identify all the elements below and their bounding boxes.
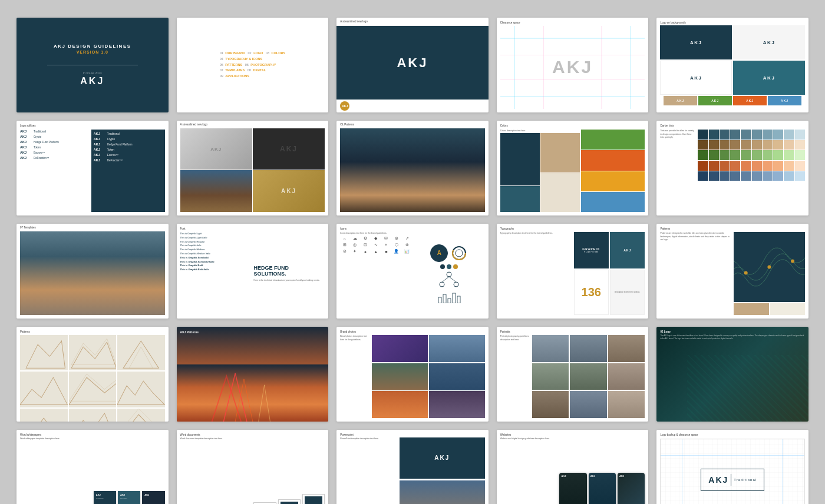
slide-top-bar: A streamlined new logo xyxy=(336,18,489,26)
akj-trad-text: AKJ xyxy=(708,475,728,485)
logo-text: AKJ xyxy=(690,75,702,81)
tint-row-1 xyxy=(698,130,805,140)
bar-chart-icon xyxy=(437,291,461,303)
slide-brand-overview[interactable]: 01 OUR BRAND 02 LOGO 03 COLORS 04 TYPOGR… xyxy=(177,18,329,112)
slide-portraits[interactable]: Portraits Portrait photography guideline… xyxy=(497,327,649,422)
doc-content: AKJ Document xyxy=(118,491,140,502)
mp-8 xyxy=(69,409,117,422)
slide-websites[interactable]: Websites Website and digital design guid… xyxy=(497,430,649,504)
svg-line-14 xyxy=(442,277,449,282)
cover-title: AKJ DESIGN GUIDELINES xyxy=(54,44,131,49)
color-swatch-teal xyxy=(500,186,540,212)
tint-cell xyxy=(698,161,708,171)
gold-logo-text: AKJ xyxy=(342,104,348,108)
doc-third: AKJ xyxy=(142,491,164,504)
tint-cell xyxy=(773,161,783,171)
pattern-swatches xyxy=(734,303,805,315)
mountain-svg-4 xyxy=(20,372,68,407)
slide-logo-dark[interactable]: A streamlined new logo AKJ AKJ xyxy=(336,18,489,112)
icon-cloud: ☁ xyxy=(351,236,359,241)
icons-left: Icons description text here for the bran… xyxy=(340,232,411,315)
slide-logo-backgrounds[interactable]: Logo on backgrounds AKJ AKJ AKJ AKJ AKJ … xyxy=(656,18,808,112)
svg-point-11 xyxy=(447,272,451,277)
slide-templates[interactable]: 07 Templates xyxy=(16,224,169,319)
doc-full-header xyxy=(305,496,322,504)
web-right: AKJ AKJ AKJ xyxy=(559,437,645,504)
tint-cell xyxy=(709,130,719,140)
slide-patterns-dots[interactable]: Patterns Patterns are designed to work l… xyxy=(656,224,808,319)
org-chart-icon xyxy=(437,271,461,289)
slide-label: Word whitepapers xyxy=(20,433,165,436)
doc-title: AKJ xyxy=(144,493,162,496)
portrait-img xyxy=(570,391,607,418)
brand-list: 01 OUR BRAND 02 LOGO 03 COLORS 04 TYPOGR… xyxy=(220,51,286,79)
icon-chart: 📊 xyxy=(402,249,411,254)
slide-powerpoint[interactable]: Powerpoint PowerPoint template descripti… xyxy=(336,430,489,504)
slide-ol-patterns[interactable]: OL Patterns xyxy=(336,121,489,215)
typo-text-akj: AKJ xyxy=(623,248,631,252)
portrait-4 xyxy=(532,363,569,390)
slide-logo-photos[interactable]: A streamlined new logo AKJ AKJ AKJ xyxy=(177,121,329,215)
bottom-section: AKJ xyxy=(336,100,489,112)
slide-word-whitepapers[interactable]: Word whitepapers Word whitepaper templat… xyxy=(16,430,169,504)
logo-tan: AKJ xyxy=(664,96,697,105)
slide-brand-photos[interactable]: Brand photos Brand photos description te… xyxy=(336,327,489,422)
typo-text-platform: PLATFORM xyxy=(584,251,598,253)
doc-content: AKJ xyxy=(142,491,164,499)
slide-icons[interactable]: Icons Icons description text here for th… xyxy=(336,224,489,319)
tint-cell xyxy=(730,161,740,171)
tint-cell xyxy=(730,130,740,140)
suffixes-col-dark: AKJTraditional AKJCrypto AKJHedge Fund P… xyxy=(91,130,165,212)
ppt-mountain-preview xyxy=(400,480,485,505)
suffix-dark-escrow: AKJEscrow™ xyxy=(94,153,163,157)
font-light-italic: This is Graphik Light Italic xyxy=(180,236,252,240)
slide-colors[interactable]: Colors Colors description text here xyxy=(497,121,649,215)
phone-1: AKJ xyxy=(559,473,586,504)
mountain-svg-7 xyxy=(20,409,68,422)
slide-clearance[interactable]: Clearance space AKJ xyxy=(497,18,649,112)
mp-1 xyxy=(20,335,68,370)
slide-font[interactable]: Font This is Graphik Light This is Graph… xyxy=(177,224,329,319)
slide-patterns-mountain[interactable]: Patterns xyxy=(16,327,169,422)
icons-desc: Icons description text here for the bran… xyxy=(340,232,411,234)
tint-cell xyxy=(763,140,773,150)
slide-typography[interactable]: Typography Typography description text h… xyxy=(497,224,649,319)
tint-cell xyxy=(720,130,730,140)
icon-mail: ✉ xyxy=(382,236,391,241)
suffix-dark-crypto: AKJCrypto xyxy=(94,137,163,141)
slide-word-documents[interactable]: Word documents Word document template de… xyxy=(177,430,329,504)
brand-item: 05 PATTERNS 06 PHOTOGRAPHY xyxy=(220,62,286,68)
logo-color-row: AKJ AKJ AKJ AKJ xyxy=(660,96,805,109)
svg-point-12 xyxy=(440,282,444,287)
slide-logo-suffixes[interactable]: Logo suffixes AKJTraditional AKJCrypto A… xyxy=(16,121,169,215)
color-swatch-sand xyxy=(540,133,580,173)
tint-cell xyxy=(795,161,805,171)
icons-grid: ⌂ ☁ ⚙ ◆ ✉ ⊕ ↗ ⊞ ◎ ⊡ ∿ ⌖ ⬡ ⊗ ⊘ ✦ ● xyxy=(340,236,411,254)
icon-gear: ⚙ xyxy=(361,236,370,241)
svg-rect-18 xyxy=(448,299,451,303)
node xyxy=(440,264,445,269)
tint-cell xyxy=(741,130,751,140)
mp-9 xyxy=(117,409,165,422)
slide-patterns-full[interactable]: AKJ Patterns xyxy=(177,327,329,422)
typo-desc-text: Description text here for context. xyxy=(615,291,640,293)
phone-content: AKJ xyxy=(559,473,586,479)
divider xyxy=(47,65,138,65)
slide-logo-section[interactable]: 02 Logo The AKJ logo is one of the main … xyxy=(656,327,808,422)
font-bold-italic: This is Graphik Bold Italic xyxy=(180,268,252,272)
word-docs-left: Word document template description text … xyxy=(180,437,252,504)
svg-point-10 xyxy=(456,250,463,257)
tint-cell xyxy=(730,150,740,160)
slide-label: A streamlined new logo xyxy=(177,121,329,128)
tint-cell xyxy=(730,171,740,181)
slide-logo-backup[interactable]: Logo backup & clearance space AKJ T xyxy=(656,430,808,504)
portrait-9 xyxy=(608,391,645,418)
logo-bg-grid: AKJ AKJ AKJ AKJ xyxy=(660,25,805,95)
slide-darker-tints[interactable]: Darker tints Tints are provided to allow… xyxy=(656,121,808,215)
ppt-content: PowerPoint template description text her… xyxy=(340,437,485,504)
slide-cover[interactable]: AKJ DESIGN GUIDELINES VERSION 1.0 In hou… xyxy=(16,18,169,112)
color-swatch-light-sand xyxy=(540,173,580,213)
accent-blue xyxy=(581,192,645,212)
gold-text: AKJ xyxy=(281,188,296,194)
doc-teal: AKJ Document xyxy=(118,491,140,504)
